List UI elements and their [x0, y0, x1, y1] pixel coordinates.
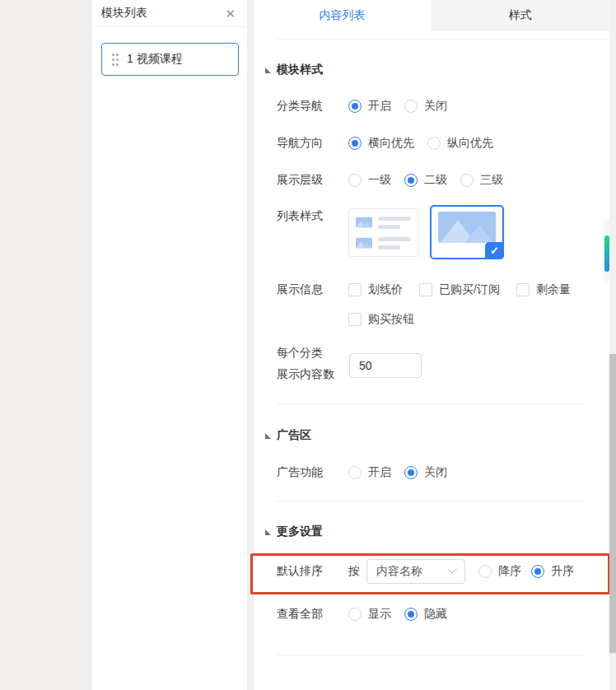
text-line-placeholder	[378, 237, 411, 241]
radio-sort-ascending[interactable]: 升序	[531, 564, 574, 579]
checkbox-remaining-amount[interactable]: 剩余量	[516, 282, 571, 297]
radio-category-nav-on[interactable]: 开启	[348, 99, 391, 114]
row-label: 查看全部	[277, 607, 348, 622]
sort-by-label: 按	[348, 564, 360, 579]
row-label: 导航方向	[277, 136, 348, 151]
row-label-line1: 每个分类	[277, 342, 334, 363]
section-caret-icon	[265, 529, 271, 535]
radio-category-nav-off[interactable]: 关闭	[404, 99, 447, 114]
section-title: 更多设置	[277, 524, 323, 539]
checkbox-label: 划线价	[368, 282, 403, 297]
close-icon[interactable]: ✕	[225, 7, 236, 20]
checkbox-label: 购买按钮	[368, 312, 414, 327]
radio-icon	[348, 174, 362, 187]
radio-icon	[404, 174, 418, 187]
chevron-down-icon	[447, 565, 456, 574]
row-category-nav: 分类导航 开启 关闭	[277, 93, 447, 119]
radio-level-1[interactable]: 一级	[348, 173, 391, 188]
row-label: 广告功能	[277, 465, 348, 480]
tab-style[interactable]: 样式	[431, 0, 609, 31]
text-line-placeholder	[378, 217, 411, 221]
radio-label: 显示	[368, 607, 391, 622]
text-line-placeholder	[378, 245, 400, 249]
sort-field-value: 内容名称	[376, 564, 422, 579]
radio-label: 横向优先	[368, 136, 414, 151]
radio-label: 开启	[368, 99, 391, 114]
row-display-info: 展示信息 划线价 已购买/订阅 剩余量	[277, 277, 571, 303]
row-label-per-category: 每个分类 展示内容数	[277, 342, 334, 385]
radio-vertical-first[interactable]: 纵向优先	[427, 136, 493, 151]
radio-label: 升序	[551, 564, 574, 579]
section-title: 模块样式	[277, 63, 323, 77]
radio-label: 一级	[368, 173, 391, 188]
radio-label: 纵向优先	[447, 136, 493, 151]
section-header-module-style[interactable]: 模块样式	[265, 63, 323, 77]
radio-label: 开启	[368, 465, 391, 480]
radio-horizontal-first[interactable]: 横向优先	[348, 136, 414, 151]
text-line-placeholder	[378, 225, 400, 229]
section-caret-icon	[265, 68, 271, 73]
section-header-more-settings[interactable]: 更多设置	[265, 524, 323, 539]
radio-view-all-show[interactable]: 显示	[348, 607, 391, 622]
radio-label: 隐藏	[424, 607, 447, 622]
section-divider	[277, 403, 585, 404]
checkbox-icon	[516, 283, 530, 296]
left-gutter	[0, 0, 91, 690]
radio-view-all-hide[interactable]: 隐藏	[404, 607, 447, 622]
radio-label: 降序	[498, 564, 521, 579]
radio-ad-on[interactable]: 开启	[348, 465, 391, 480]
checkbox-purchased-subscribed[interactable]: 已购买/订阅	[419, 282, 500, 297]
radio-label: 关闭	[424, 99, 447, 114]
radio-level-3[interactable]: 三级	[460, 173, 503, 188]
radio-sort-descending[interactable]: 降序	[478, 564, 521, 579]
section-caret-icon	[265, 433, 271, 439]
checkbox-buy-button[interactable]: 购买按钮	[348, 312, 414, 327]
module-list-title: 模块列表	[101, 6, 147, 21]
row-view-all: 查看全部 显示 隐藏	[277, 601, 447, 627]
section-divider	[277, 501, 585, 501]
module-item-video-course[interactable]: 1 视频课程	[101, 43, 239, 76]
list-style-option-small-list[interactable]	[348, 208, 418, 257]
radio-icon	[460, 174, 474, 187]
section-header-ad-area[interactable]: 广告区	[265, 428, 311, 443]
tab-content-list[interactable]: 内容列表	[254, 0, 431, 31]
per-category-count-input[interactable]	[349, 353, 422, 378]
row-label-line2: 展示内容数	[277, 363, 334, 385]
row-display-level: 展示层级 一级 二级 三级	[277, 167, 503, 193]
checkbox-strikethrough-price[interactable]: 划线价	[348, 282, 403, 297]
radio-label: 二级	[424, 173, 447, 188]
checkbox-icon	[348, 313, 362, 326]
row-label: 展示信息	[277, 282, 348, 297]
radio-level-2[interactable]: 二级	[404, 173, 447, 188]
section-title: 广告区	[277, 428, 311, 443]
list-style-option-large-card[interactable]: ✓	[430, 205, 504, 259]
tab-content-list-label: 内容列表	[320, 8, 366, 23]
radio-icon	[404, 100, 418, 113]
image-placeholder-icon	[356, 214, 372, 231]
screen: 模块列表 ✕ 1 视频课程 内容列表 样式 模块样式 分类导航 开启	[0, 0, 616, 690]
row-ad-function: 广告功能 开启 关闭	[277, 459, 447, 486]
radio-icon	[404, 608, 418, 621]
section-divider	[277, 655, 585, 655]
radio-icon	[348, 100, 362, 113]
page-scrollbar-thumb[interactable]	[609, 354, 616, 653]
checkbox-icon	[419, 283, 432, 296]
selected-check-icon: ✓	[485, 242, 504, 259]
sort-field-select[interactable]: 内容名称	[366, 559, 465, 584]
tab-style-label: 样式	[509, 8, 532, 23]
panel-divider	[247, 0, 254, 690]
radio-icon	[427, 137, 441, 150]
checkbox-label: 剩余量	[536, 282, 571, 297]
radio-icon	[348, 608, 362, 621]
drag-handle-icon[interactable]	[112, 54, 119, 66]
row-label: 展示层级	[277, 173, 348, 188]
row-default-sort: 默认排序 按 内容名称 降序 升序	[277, 558, 574, 585]
radio-icon	[404, 466, 418, 479]
radio-icon	[348, 137, 362, 150]
checkbox-icon	[348, 283, 362, 296]
row-label: 默认排序	[277, 564, 348, 579]
checkbox-label: 已购买/订阅	[439, 282, 500, 297]
module-list-panel: 模块列表 ✕ 1 视频课程	[91, 0, 247, 690]
radio-icon	[348, 466, 362, 479]
radio-ad-off[interactable]: 关闭	[404, 465, 447, 480]
